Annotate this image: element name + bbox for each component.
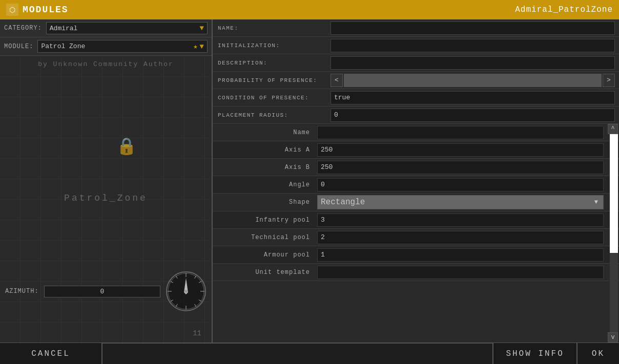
scroll-up-button[interactable]: ^ (608, 124, 618, 134)
scroll-bar[interactable] (610, 134, 618, 332)
table-field-value[interactable] (317, 126, 604, 139)
author-text: by Unknown Community Author (0, 60, 212, 68)
prob-row: PROBABILITY OF PRESENCE: < > (213, 72, 619, 89)
module-label: MODULE: (4, 43, 33, 50)
ok-button[interactable]: OK (576, 343, 619, 364)
window-name: Admiral_PatrolZone (515, 5, 613, 14)
category-select[interactable]: Admiral ▼ (46, 22, 208, 34)
app-title: MODULES (23, 5, 69, 15)
right-panel: NAME: INITIALIZATION: DESCRIPTION: PROBA… (213, 19, 619, 342)
init-value[interactable] (331, 39, 615, 52)
desc-label: DESCRIPTION: (213, 60, 331, 66)
table-field-label: Axis A (213, 146, 315, 154)
name-value[interactable] (331, 22, 615, 35)
table-section: ^ NameAxis A250Axis B250Angle0ShapeRecta… (213, 124, 619, 342)
table-field-label: Name (213, 129, 315, 136)
scroll-down-button[interactable]: v (608, 332, 618, 342)
init-row: INITIALIZATION: (213, 37, 619, 54)
azimuth-row: AZIMUTH: (0, 271, 212, 312)
cancel-button[interactable]: CANCEL (0, 343, 102, 364)
category-value: Admiral (50, 25, 78, 32)
table-field-label: Angle (213, 181, 315, 188)
map-lock-icon: 🔒 (116, 136, 137, 157)
prob-label: PROBABILITY OF PRESENCE: (213, 77, 331, 83)
azimuth-label: AZIMUTH: (5, 288, 39, 295)
module-value: Patrol Zone (41, 42, 85, 50)
table-field-label: Infantry pool (213, 217, 315, 224)
table-field-value[interactable]: 250 (317, 161, 604, 174)
prob-right-button[interactable]: > (603, 74, 615, 87)
module-select[interactable]: Patrol Zone ★ ▼ (37, 40, 208, 53)
table-field-value[interactable]: 0 (317, 178, 604, 191)
map-patrol-label: Patrol_Zone (64, 193, 148, 203)
bottom-bar: CANCEL SHOW INFO OK (0, 342, 619, 364)
name-label: NAME: (213, 25, 331, 31)
map-area: 🔒 Patrol_Zone 11 AZIMUTH: (0, 56, 212, 342)
module-dropdown-icon: ▼ (200, 42, 204, 51)
desc-value[interactable] (331, 56, 615, 70)
table-row: Unit template (213, 264, 619, 281)
table-field-label: Shape (213, 199, 315, 206)
table-field-label: Axis B (213, 164, 315, 171)
shape-select[interactable]: Rectangle▼ (317, 195, 604, 209)
prob-bar (344, 74, 602, 87)
table-row: ShapeRectangle▼ (213, 194, 619, 211)
category-row: CATEGORY: Admiral ▼ (0, 19, 212, 37)
shape-dropdown-icon: ▼ (594, 199, 598, 206)
desc-row: DESCRIPTION: (213, 54, 619, 72)
show-info-button[interactable]: SHOW INFO (492, 343, 576, 364)
category-label: CATEGORY: (4, 25, 42, 32)
title-bar: ⬡ MODULES Admiral_PatrolZone (0, 0, 619, 19)
placement-label: PLACEMENT RADIUS: (213, 112, 331, 118)
compass-dial (166, 271, 207, 312)
placement-value[interactable]: 0 (331, 109, 615, 122)
shape-value: Rectangle (321, 198, 365, 207)
cond-value[interactable]: true (331, 91, 615, 104)
prob-left-button[interactable]: < (331, 74, 343, 87)
azimuth-input[interactable] (44, 286, 160, 297)
table-row: Axis A250 (213, 141, 619, 159)
table-field-value[interactable]: 250 (317, 143, 604, 157)
placement-row: PLACEMENT RADIUS: 0 (213, 106, 619, 124)
cond-label: CONDITION OF PRESENCE: (213, 95, 331, 101)
table-row: Armour pool1 (213, 246, 619, 264)
table-field-label: Armour pool (213, 251, 315, 259)
category-dropdown-icon: ▼ (200, 24, 204, 32)
module-icon: ⬡ (6, 4, 18, 16)
table-field-label: Unit template (213, 269, 315, 276)
table-row: Name (213, 124, 619, 141)
cond-row: CONDITION OF PRESENCE: true (213, 89, 619, 106)
name-row: NAME: (213, 19, 619, 37)
table-rows: NameAxis A250Axis B250Angle0ShapeRectang… (213, 124, 619, 281)
table-row: Angle0 (213, 176, 619, 194)
svg-point-15 (184, 290, 188, 293)
table-field-label: Technical pool (213, 234, 315, 241)
left-panel: CATEGORY: Admiral ▼ MODULE: Patrol Zone … (0, 19, 213, 342)
title-bar-left: ⬡ MODULES (6, 4, 69, 16)
scroll-thumb[interactable] (610, 134, 618, 253)
table-field-value[interactable]: 3 (317, 213, 604, 227)
table-field-value[interactable]: 2 (317, 231, 604, 244)
module-star-icon: ★ (193, 42, 197, 51)
table-field-value[interactable] (317, 266, 604, 279)
table-field-value[interactable]: 1 (317, 248, 604, 262)
init-label: INITIALIZATION: (213, 42, 331, 49)
map-number: 11 (193, 329, 201, 337)
table-row: Technical pool2 (213, 229, 619, 246)
main-content: CATEGORY: Admiral ▼ MODULE: Patrol Zone … (0, 19, 619, 342)
table-row: Axis B250 (213, 159, 619, 176)
module-row: MODULE: Patrol Zone ★ ▼ (0, 37, 212, 56)
table-row: Infantry pool3 (213, 211, 619, 229)
